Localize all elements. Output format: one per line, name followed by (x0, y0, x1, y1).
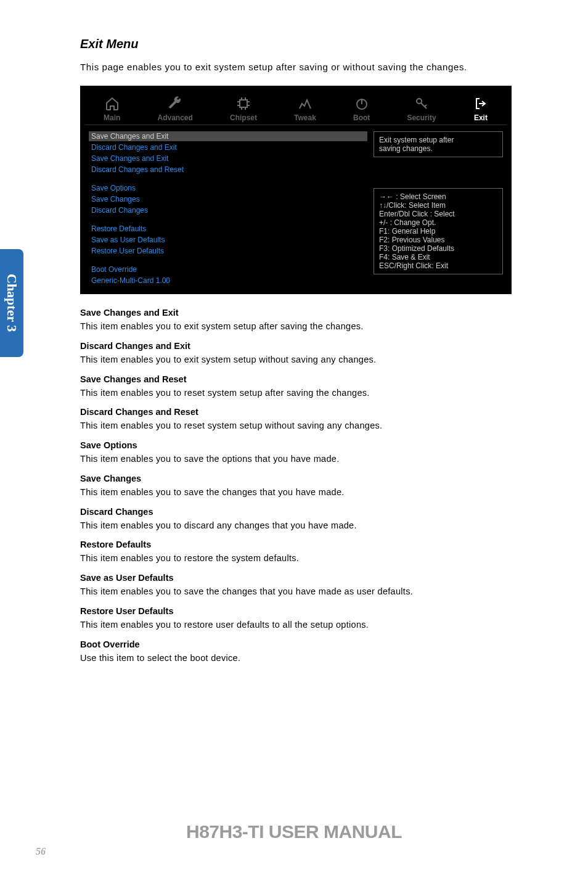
bios-menu-item[interactable]: Save as User Defaults (89, 235, 367, 245)
chapter-side-tab: Chapter 3 (0, 249, 23, 357)
bios-tab-label: Security (407, 113, 436, 122)
bios-menu-item[interactable]: Generic-Multi-Card 1.00 (89, 276, 367, 285)
bios-help-key: +/- : Change Opt. (379, 218, 497, 227)
desc-title: Restore Defaults (80, 540, 512, 549)
svg-rect-0 (240, 100, 247, 107)
home-icon (105, 96, 120, 111)
bios-tab-label: Boot (353, 113, 370, 122)
bios-menu-list: Save Changes and Exit Discard Changes an… (89, 131, 367, 285)
desc-text: This item enables you to restore the sys… (80, 552, 512, 565)
desc-title: Save as User Defaults (80, 573, 512, 583)
key-icon (414, 96, 429, 111)
bios-menu-item[interactable]: Save Changes (89, 194, 367, 204)
bios-menu-item[interactable]: Save Changes and Exit (89, 154, 367, 163)
bios-tabbar: Main Advanced Chipset Tweak (85, 91, 507, 125)
desc-title: Save Changes (80, 474, 512, 483)
desc-text: This item enables you to exit system set… (80, 353, 512, 367)
bios-menu-item[interactable]: Restore Defaults (89, 224, 367, 234)
chapter-side-tab-label: Chapter 3 (4, 274, 20, 332)
power-icon (354, 96, 369, 111)
desc-text: This item enables you to reset system se… (80, 387, 512, 400)
footer-title: H87H3-TI USER MANUAL (0, 821, 588, 842)
desc-title: Discard Changes and Reset (80, 407, 512, 417)
bios-help-text: saving changes. (379, 144, 497, 153)
bios-help-key: F3: Optimized Defaults (379, 244, 497, 253)
bios-tab-chipset[interactable]: Chipset (230, 96, 257, 122)
desc-title: Save Changes and Reset (80, 374, 512, 384)
bios-help-key: F2: Previous Values (379, 236, 497, 244)
bios-tab-label: Advanced (158, 113, 193, 122)
desc-title: Save Changes and Exit (80, 308, 512, 318)
bios-help-key: F1: General Help (379, 227, 497, 236)
bios-tab-label: Main (104, 113, 120, 122)
bios-help-key: ESC/Right Click: Exit (379, 261, 497, 270)
bios-menu-item[interactable]: Restore User Defaults (89, 246, 367, 256)
bios-screenshot: Main Advanced Chipset Tweak (80, 86, 512, 294)
bios-tab-label: Chipset (230, 113, 257, 122)
desc-title: Discard Changes (80, 507, 512, 517)
section-heading: Exit Menu (80, 37, 512, 51)
bios-tab-tweak[interactable]: Tweak (294, 96, 316, 122)
bios-menu-item[interactable]: Save Options (89, 183, 367, 193)
bios-body: Save Changes and Exit Discard Changes an… (85, 125, 507, 289)
bios-tab-exit[interactable]: Exit (473, 96, 488, 122)
bios-menu-item[interactable]: Discard Changes (89, 205, 367, 215)
svg-point-2 (417, 99, 422, 104)
desc-title: Discard Changes and Exit (80, 341, 512, 351)
desc-title: Save Options (80, 440, 512, 450)
chipset-icon (236, 96, 251, 111)
bios-help-description: Exit system setup after saving changes. (374, 131, 503, 157)
desc-text: This item enables you to discard any cha… (80, 519, 512, 533)
exit-icon (473, 96, 488, 111)
bios-help-panel: Exit system setup after saving changes. … (374, 131, 503, 285)
descriptions: Save Changes and Exit This item enables … (80, 308, 512, 665)
bios-menu-item[interactable]: Discard Changes and Reset (89, 165, 367, 175)
page-number: 56 (36, 846, 46, 857)
desc-text: This item enables you to save the change… (80, 585, 512, 599)
wrench-icon (168, 96, 182, 111)
desc-text: This item enables you to restore user de… (80, 618, 512, 632)
bios-tab-security[interactable]: Security (407, 96, 436, 122)
desc-text: This item enables you to exit system set… (80, 320, 512, 334)
desc-text: This item enables you to save the option… (80, 453, 512, 466)
desc-text: Use this item to select the boot device. (80, 652, 512, 665)
tweak-icon (298, 96, 312, 111)
bios-help-text: Exit system setup after (379, 136, 497, 144)
bios-menu-item[interactable]: Discard Changes and Exit (89, 142, 367, 152)
bios-help-keys: →← : Select Screen ↑↓/Click: Select Item… (374, 188, 503, 274)
bios-tab-advanced[interactable]: Advanced (158, 96, 193, 122)
bios-help-key: F4: Save & Exit (379, 253, 497, 261)
desc-title: Restore User Defaults (80, 606, 512, 616)
bios-help-key: →← : Select Screen (379, 192, 497, 201)
bios-tab-boot[interactable]: Boot (353, 96, 370, 122)
bios-help-key: ↑↓/Click: Select Item (379, 201, 497, 210)
bios-tab-main[interactable]: Main (104, 96, 120, 122)
bios-tab-label: Exit (474, 113, 488, 122)
desc-text: This item enables you to reset system se… (80, 419, 512, 433)
section-intro: This page enables you to exit system set… (80, 60, 512, 75)
desc-text: This item enables you to save the change… (80, 486, 512, 499)
page-content: Exit Menu This page enables you to exit … (80, 37, 512, 665)
desc-title: Boot Override (80, 639, 512, 649)
bios-tab-label: Tweak (294, 113, 316, 122)
bios-menu-item[interactable]: Save Changes and Exit (89, 131, 367, 141)
bios-menu-item[interactable]: Boot Override (89, 265, 367, 274)
bios-help-key: Enter/Dbl Click : Select (379, 210, 497, 218)
